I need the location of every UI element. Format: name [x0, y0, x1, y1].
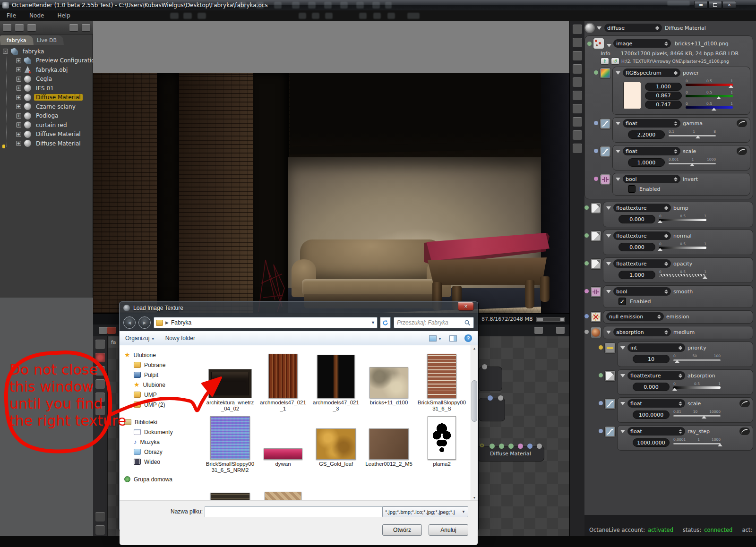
- outliner-tab-live-db[interactable]: Live DB: [29, 35, 63, 45]
- curve-button[interactable]: [739, 427, 750, 435]
- node-pin[interactable]: [518, 444, 523, 449]
- maximize-button[interactable]: [708, 1, 722, 9]
- file-item-bricksmallsloppy0031-6-s-nrm2[interactable]: BrickSmallSloppy0031_6_S_NRM2: [204, 413, 257, 475]
- param-type-dropdown[interactable]: floattexture: [613, 204, 671, 212]
- file-item-archmodels47-021-3[interactable]: archmodels47_021_3: [309, 352, 362, 413]
- sidebar-item-pulpit[interactable]: Pulpit: [120, 370, 201, 380]
- node-graph-tab[interactable]: fa: [109, 336, 120, 348]
- param-type-dropdown[interactable]: bool: [613, 287, 671, 296]
- file-item-partial-10[interactable]: [204, 475, 257, 500]
- param-type-dropdown[interactable]: float: [623, 119, 680, 128]
- address-breadcrumb[interactable]: Fabryka: [171, 319, 191, 326]
- param-type-dropdown[interactable]: int: [627, 343, 685, 352]
- render-target-icon[interactable]: [107, 327, 116, 334]
- collapse-arrow-icon[interactable]: [620, 402, 625, 405]
- tree-item-fabryka-obj[interactable]: +fabryka.obj: [2, 65, 92, 75]
- param-slider[interactable]: 0.011010000: [673, 410, 721, 420]
- tree-item-podloga[interactable]: +Podloga: [2, 111, 92, 121]
- tree-item-czarne-sciany[interactable]: +Czarne sciany: [2, 102, 92, 111]
- contrast-icon[interactable]: [573, 117, 582, 127]
- camera-icon[interactable]: [573, 77, 582, 87]
- param-slider[interactable]: 050100: [673, 354, 721, 364]
- sidebar-item-grupa-domowa[interactable]: Grupa domowa: [120, 474, 201, 484]
- rgb-value-field[interactable]: 1.000: [645, 83, 682, 91]
- param-type-dropdown[interactable]: RGBspectrum: [623, 68, 680, 77]
- file-item-bricks-11-d100[interactable]: bricks+11_d100: [362, 352, 415, 413]
- tree-item-curtain-red[interactable]: +curtain red: [2, 120, 92, 130]
- value-field[interactable]: 100.0000: [633, 410, 670, 419]
- folder-icon[interactable]: [573, 104, 582, 113]
- collapse-arrow-icon[interactable]: [606, 262, 611, 265]
- cancel-button[interactable]: Anuluj: [429, 524, 468, 536]
- address-dropdown-icon[interactable]: ▼: [371, 320, 375, 325]
- file-item-dywan[interactable]: dywan: [257, 413, 309, 475]
- list-view-icon[interactable]: [3, 24, 11, 31]
- rgb-value-field[interactable]: 0.747: [645, 101, 682, 109]
- param-type-dropdown[interactable]: absorption: [613, 328, 671, 336]
- collapse-arrow-icon[interactable]: [597, 26, 601, 30]
- tree-expander-icon[interactable]: +: [16, 113, 21, 119]
- reload-image-button[interactable]: ⇑: [601, 58, 609, 65]
- value-field[interactable]: 0.000: [619, 243, 655, 251]
- collapse-arrow-icon[interactable]: [607, 44, 611, 47]
- ramp-icon[interactable]: [95, 406, 105, 415]
- sidebar-item-wideo[interactable]: Wideo: [120, 457, 201, 467]
- copy-icon[interactable]: [573, 38, 582, 47]
- copy-node-icon[interactable]: [15, 24, 24, 31]
- collapse-arrow-icon[interactable]: [606, 234, 611, 238]
- collapse-arrow-icon[interactable]: [606, 331, 611, 334]
- close-button[interactable]: ×: [722, 1, 736, 9]
- tree-expander-icon[interactable]: +: [16, 77, 21, 82]
- param-slider[interactable]: 00.51: [659, 214, 706, 224]
- tree-expander-icon[interactable]: +: [16, 85, 21, 91]
- tree-expander-icon[interactable]: -: [3, 49, 8, 54]
- tree-expander-icon[interactable]: +: [16, 104, 21, 109]
- image-eye-icon[interactable]: [95, 366, 105, 376]
- sidebar-item-dokumenty[interactable]: Dokumenty: [120, 427, 201, 437]
- render-target-icon[interactable]: [95, 353, 105, 362]
- sidebar-item-muzyka[interactable]: ♪Muzyka: [120, 437, 201, 447]
- open-button[interactable]: Otwórz: [382, 524, 422, 536]
- color-swatch[interactable]: [623, 82, 641, 109]
- param-slider[interactable]: 00.51: [659, 242, 706, 252]
- wrench-icon[interactable]: [95, 512, 105, 521]
- node-pin[interactable]: [527, 444, 533, 449]
- droplet-icon[interactable]: [95, 379, 105, 389]
- param-type-dropdown[interactable]: float: [627, 427, 685, 436]
- param-type-dropdown[interactable]: floattexture: [627, 371, 685, 380]
- tree-expander-icon[interactable]: +: [16, 95, 21, 100]
- param-type-dropdown[interactable]: float: [623, 147, 680, 155]
- param-slider[interactable]: 00.51: [686, 102, 733, 112]
- back-button[interactable]: ◄: [123, 316, 136, 329]
- image-type-dropdown[interactable]: image: [613, 39, 671, 48]
- refresh-image-button[interactable]: ↺: [611, 58, 619, 65]
- dialog-title-bar[interactable]: Load Image Texture ×: [120, 302, 478, 314]
- paste-icon[interactable]: [573, 51, 582, 60]
- wire-icon[interactable]: [95, 340, 105, 349]
- tree-item-fabryka[interactable]: -fabryka: [2, 47, 92, 56]
- menu-help[interactable]: Help: [51, 12, 77, 19]
- file-item-architektura-wnetrz-04-02[interactable]: architektura_wnetrz_04_02: [204, 352, 257, 413]
- file-grid-scrollbar[interactable]: ▲ ▼: [471, 345, 478, 500]
- param-slider[interactable]: 00.51: [686, 90, 733, 101]
- paste-node-icon[interactable]: [27, 24, 36, 31]
- new-folder-button[interactable]: Nowy folder: [165, 335, 195, 342]
- checkbox[interactable]: [628, 185, 636, 193]
- organize-menu[interactable]: Organizuj ▼: [125, 335, 155, 342]
- sidebar-item-pobrane[interactable]: Pobrane: [120, 360, 201, 370]
- ball-icon[interactable]: [95, 393, 105, 402]
- collapse-arrow-icon[interactable]: [620, 346, 625, 350]
- minimize-button[interactable]: ▬: [694, 1, 708, 9]
- param-type-dropdown[interactable]: bool: [623, 175, 680, 183]
- file-item-partial-11[interactable]: [257, 475, 309, 500]
- search-input[interactable]: Przeszukaj: Fabryka: [394, 317, 474, 328]
- droplet-icon[interactable]: [573, 144, 582, 153]
- timer-icon[interactable]: [573, 25, 582, 34]
- value-field[interactable]: 10: [633, 355, 670, 363]
- graph-node-stub[interactable]: [479, 367, 502, 391]
- collapse-arrow-icon[interactable]: [606, 290, 611, 293]
- scrollbar-thumb[interactable]: [472, 380, 477, 422]
- wrench-icon[interactable]: [69, 24, 78, 31]
- wrench-icon[interactable]: [534, 327, 543, 334]
- param-type-dropdown[interactable]: floattexture: [613, 231, 671, 240]
